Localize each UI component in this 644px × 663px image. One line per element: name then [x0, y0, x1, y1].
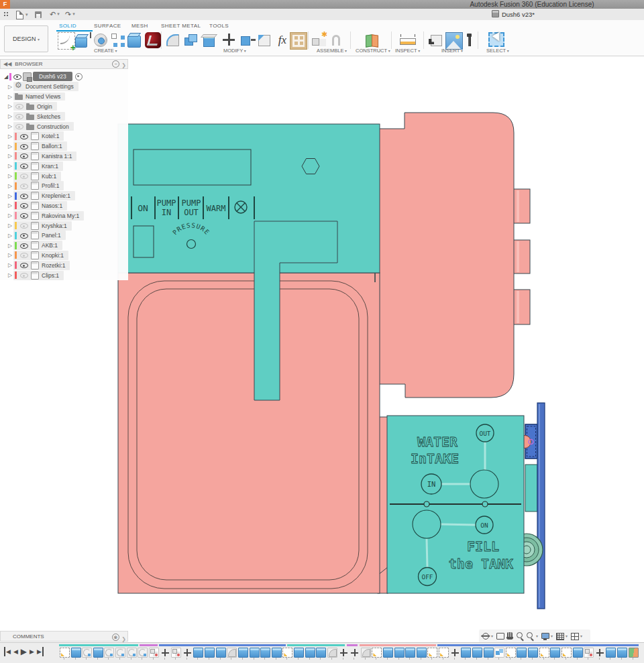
- timeline-feature-icon[interactable]: [550, 648, 560, 658]
- split-body-icon[interactable]: [257, 32, 273, 48]
- insert-group-label[interactable]: INSERT: [441, 48, 463, 54]
- browser-item[interactable]: ▷Kreplenie:1: [7, 191, 128, 201]
- visibility-eye-icon[interactable]: [19, 232, 28, 239]
- construction-plane-icon[interactable]: [364, 32, 380, 48]
- timeline-group-bar[interactable]: [437, 644, 639, 646]
- timeline-feature-icon[interactable]: [606, 648, 616, 658]
- timeline-group-bar[interactable]: [140, 644, 158, 646]
- timeline-feature-icon[interactable]: [561, 648, 572, 658]
- construct-group-label[interactable]: CONSTRUCT: [356, 48, 390, 54]
- timeline-feature-icon[interactable]: [539, 648, 549, 658]
- mount-block[interactable]: [525, 465, 537, 511]
- visibility-eye-icon[interactable]: [19, 202, 28, 209]
- browser-item[interactable]: ▷Origin: [7, 102, 128, 112]
- water-intake-panel[interactable]: WATER InTAKE OUT IN ON OFF FILL the TANK: [387, 416, 524, 593]
- browser-item[interactable]: ▷Kotel:1: [7, 131, 128, 141]
- save-icon[interactable]: [35, 11, 42, 18]
- tab-solid[interactable]: SOLID: [59, 23, 76, 29]
- timeline-feature-icon[interactable]: [472, 648, 482, 658]
- activate-component-radio[interactable]: [75, 73, 83, 80]
- timeline-feature-icon[interactable]: [427, 648, 437, 658]
- visibility-eye-icon[interactable]: [19, 212, 28, 219]
- combine-icon[interactable]: [183, 32, 199, 48]
- collapse-arrow-icon[interactable]: ◢: [3, 74, 9, 80]
- browser-item[interactable]: ▷Rakovina My:1: [7, 210, 128, 221]
- expand-arrow-icon[interactable]: ▷: [7, 252, 13, 258]
- visibility-eye-icon[interactable]: [19, 172, 28, 180]
- inspect-group-label[interactable]: INSPECT: [395, 48, 420, 54]
- viewports-icon[interactable]: [570, 631, 579, 640]
- timeline-feature-icon[interactable]: [305, 648, 315, 658]
- expand-arrow-icon[interactable]: ▷: [7, 103, 13, 109]
- timeline-feature-icon[interactable]: [573, 648, 583, 658]
- grid-caret[interactable]: ▾: [566, 634, 569, 638]
- timeline-feature-icon[interactable]: [316, 648, 326, 658]
- expand-arrow-icon[interactable]: ▷: [7, 113, 13, 119]
- measure-icon[interactable]: [400, 32, 416, 48]
- joint-icon[interactable]: [329, 32, 345, 48]
- file-menu-icon[interactable]: [16, 11, 23, 19]
- press-pull-icon[interactable]: [165, 32, 181, 48]
- step-forward-button[interactable]: ▶: [30, 647, 34, 656]
- viewports-caret[interactable]: ▾: [580, 634, 584, 638]
- timeline-feature-icon[interactable]: [394, 648, 405, 658]
- step-back-button[interactable]: ◀: [13, 647, 18, 656]
- display-caret[interactable]: ▾: [551, 634, 554, 638]
- visibility-eye-icon[interactable]: [19, 182, 28, 190]
- visibility-eye-icon[interactable]: [15, 103, 23, 110]
- tab-surface[interactable]: SURFACE: [94, 23, 121, 29]
- browser-item[interactable]: ▷Nasos:1: [7, 201, 128, 211]
- redo-icon[interactable]: ↷: [65, 10, 75, 18]
- browser-panel-header[interactable]: ◀◀BROWSER − ❯: [0, 59, 128, 69]
- look-at-icon[interactable]: [496, 631, 504, 640]
- timeline-feature-icon[interactable]: [205, 648, 215, 658]
- insert-fastener-icon[interactable]: [462, 32, 478, 48]
- timeline-feature-icon[interactable]: [115, 648, 125, 658]
- visibility-eye-icon[interactable]: [19, 152, 28, 160]
- tab-mesh[interactable]: MESH: [131, 23, 148, 29]
- panel-resize-handle[interactable]: ❯: [121, 61, 126, 70]
- timeline-feature-icon[interactable]: [294, 648, 304, 658]
- expand-arrow-icon[interactable]: ▷: [7, 94, 13, 100]
- fusion-logo-icon[interactable]: F: [0, 0, 10, 9]
- timeline-group-bar[interactable]: [360, 644, 436, 646]
- root-document-label[interactable]: Dush6 v23: [33, 72, 72, 81]
- timeline-feature-icon[interactable]: [439, 648, 449, 658]
- timeline-feature-icon[interactable]: [238, 648, 248, 658]
- timeline-feature-icon[interactable]: [405, 648, 415, 658]
- assemble-group-label[interactable]: ASSEMBLE: [317, 48, 347, 54]
- box-primitive-icon[interactable]: [127, 32, 144, 48]
- modify-group-label[interactable]: MODIFY: [223, 48, 246, 54]
- timeline-group-bar[interactable]: [347, 644, 358, 646]
- timeline-feature-icon[interactable]: [350, 648, 360, 658]
- expand-arrow-icon[interactable]: ▷: [7, 223, 13, 229]
- file-menu-caret[interactable]: [24, 11, 28, 19]
- browser-item[interactable]: ▷Kryshka:1: [7, 221, 128, 231]
- orbit-icon[interactable]: [481, 631, 490, 640]
- panel-options-icon[interactable]: −: [112, 60, 119, 68]
- zoom-icon[interactable]: [516, 631, 525, 640]
- pan-icon[interactable]: [506, 631, 515, 640]
- timeline-feature-icon[interactable]: [60, 648, 70, 658]
- visibility-eye-icon[interactable]: [19, 192, 28, 200]
- change-parameters-icon[interactable]: fx: [274, 32, 290, 48]
- expand-arrow-icon[interactable]: ▷: [7, 272, 13, 278]
- visibility-eye-icon[interactable]: [19, 242, 28, 249]
- expand-arrow-icon[interactable]: ▷: [7, 133, 13, 139]
- orbit-caret[interactable]: ▾: [491, 634, 494, 638]
- timeline-feature-icon[interactable]: [93, 648, 103, 658]
- timeline-feature-icon[interactable]: [595, 648, 605, 658]
- undo-icon[interactable]: ↶: [50, 10, 60, 18]
- visibility-eye-icon[interactable]: [19, 143, 28, 150]
- comments-close-icon[interactable]: ⊗: [112, 634, 119, 641]
- document-tab[interactable]: Dush6 v23*: [470, 9, 557, 20]
- select-group-label[interactable]: SELECT: [486, 48, 509, 54]
- timeline-feature-icon[interactable]: [461, 648, 471, 658]
- expand-arrow-icon[interactable]: ▷: [7, 84, 13, 90]
- visibility-eye-icon[interactable]: [19, 251, 28, 259]
- visibility-eye-icon[interactable]: [19, 162, 28, 170]
- browser-item[interactable]: ▷Kran:1: [7, 161, 128, 171]
- timeline-feature-icon[interactable]: [450, 648, 460, 658]
- timeline-feature-icon[interactable]: [361, 648, 371, 658]
- move-icon[interactable]: [221, 32, 237, 48]
